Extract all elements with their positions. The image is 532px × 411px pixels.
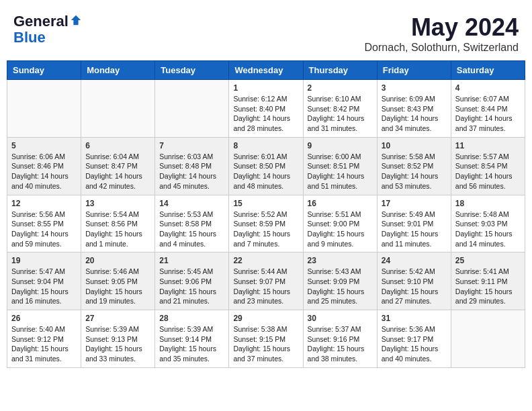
calendar-week-row: 12Sunrise: 5:56 AM Sunset: 8:55 PM Dayli… <box>7 195 525 253</box>
calendar-week-row: 26Sunrise: 5:40 AM Sunset: 9:12 PM Dayli… <box>7 310 525 368</box>
day-info: Sunrise: 6:10 AM Sunset: 8:42 PM Dayligh… <box>308 94 373 134</box>
calendar-day-cell: 20Sunrise: 5:46 AM Sunset: 9:05 PM Dayli… <box>81 253 155 310</box>
calendar-day-cell: 22Sunrise: 5:44 AM Sunset: 9:07 PM Dayli… <box>229 253 303 310</box>
calendar-day-cell: 10Sunrise: 5:58 AM Sunset: 8:52 PM Dayli… <box>377 137 451 195</box>
title-block: May 2024 Dornach, Solothurn, Switzerland <box>365 13 519 54</box>
svg-marker-0 <box>71 15 81 25</box>
day-info: Sunrise: 5:42 AM Sunset: 9:10 PM Dayligh… <box>382 267 447 306</box>
calendar-day-cell: 29Sunrise: 5:38 AM Sunset: 9:15 PM Dayli… <box>229 310 303 368</box>
day-number: 25 <box>455 256 521 265</box>
calendar-day-cell: 5Sunrise: 6:06 AM Sunset: 8:46 PM Daylig… <box>7 137 81 195</box>
calendar-day-cell: 8Sunrise: 6:01 AM Sunset: 8:50 PM Daylig… <box>229 137 303 195</box>
weekday-header: Thursday <box>303 61 377 80</box>
day-number: 23 <box>308 256 373 265</box>
calendar-day-cell <box>155 80 229 138</box>
day-info: Sunrise: 5:38 AM Sunset: 9:15 PM Dayligh… <box>233 324 298 364</box>
day-info: Sunrise: 5:56 AM Sunset: 8:55 PM Dayligh… <box>11 210 77 249</box>
calendar-day-cell: 9Sunrise: 6:00 AM Sunset: 8:51 PM Daylig… <box>303 137 377 195</box>
day-number: 27 <box>85 314 150 323</box>
day-number: 24 <box>382 256 447 265</box>
day-number: 22 <box>233 256 298 265</box>
day-info: Sunrise: 5:46 AM Sunset: 9:05 PM Dayligh… <box>85 267 150 306</box>
calendar-day-cell: 16Sunrise: 5:51 AM Sunset: 9:00 PM Dayli… <box>303 195 377 253</box>
day-number: 7 <box>159 141 224 150</box>
day-number: 2 <box>308 83 373 93</box>
day-info: Sunrise: 5:47 AM Sunset: 9:04 PM Dayligh… <box>11 267 77 306</box>
day-info: Sunrise: 5:43 AM Sunset: 9:09 PM Dayligh… <box>308 267 373 306</box>
calendar-day-cell: 31Sunrise: 5:36 AM Sunset: 9:17 PM Dayli… <box>377 310 451 368</box>
calendar-day-cell <box>451 310 525 368</box>
day-number: 10 <box>382 141 447 150</box>
logo-blue: Blue <box>13 29 46 46</box>
day-info: Sunrise: 6:01 AM Sunset: 8:50 PM Dayligh… <box>233 152 298 191</box>
calendar-day-cell: 21Sunrise: 5:45 AM Sunset: 9:06 PM Dayli… <box>155 253 229 310</box>
day-info: Sunrise: 5:52 AM Sunset: 8:59 PM Dayligh… <box>233 210 298 249</box>
calendar-day-cell: 11Sunrise: 5:57 AM Sunset: 8:54 PM Dayli… <box>451 137 525 195</box>
day-info: Sunrise: 5:36 AM Sunset: 9:17 PM Dayligh… <box>382 324 447 364</box>
weekday-header: Sunday <box>7 61 81 80</box>
day-number: 15 <box>233 199 298 208</box>
calendar-day-cell: 17Sunrise: 5:49 AM Sunset: 9:01 PM Dayli… <box>377 195 451 253</box>
day-info: Sunrise: 5:57 AM Sunset: 8:54 PM Dayligh… <box>455 152 521 191</box>
day-info: Sunrise: 5:41 AM Sunset: 9:11 PM Dayligh… <box>455 267 521 306</box>
calendar-week-row: 19Sunrise: 5:47 AM Sunset: 9:04 PM Dayli… <box>7 253 525 310</box>
day-number: 18 <box>455 199 521 208</box>
day-number: 19 <box>11 256 77 265</box>
day-number: 13 <box>85 199 150 208</box>
logo-general: General <box>13 13 69 30</box>
weekday-header: Monday <box>81 61 155 80</box>
day-info: Sunrise: 5:39 AM Sunset: 9:14 PM Dayligh… <box>159 324 224 364</box>
day-number: 12 <box>11 199 77 208</box>
calendar-day-cell: 2Sunrise: 6:10 AM Sunset: 8:42 PM Daylig… <box>303 80 377 138</box>
weekday-header: Saturday <box>451 61 525 80</box>
day-number: 20 <box>85 256 150 265</box>
day-info: Sunrise: 5:39 AM Sunset: 9:13 PM Dayligh… <box>85 324 150 364</box>
day-number: 16 <box>308 199 373 208</box>
calendar-day-cell: 1Sunrise: 6:12 AM Sunset: 8:40 PM Daylig… <box>229 80 303 138</box>
day-info: Sunrise: 6:12 AM Sunset: 8:40 PM Dayligh… <box>233 94 298 134</box>
logo: General Blue <box>13 13 82 46</box>
calendar-week-row: 5Sunrise: 6:06 AM Sunset: 8:46 PM Daylig… <box>7 137 525 195</box>
day-number: 26 <box>11 314 77 323</box>
day-info: Sunrise: 6:09 AM Sunset: 8:43 PM Dayligh… <box>382 94 447 134</box>
day-info: Sunrise: 5:58 AM Sunset: 8:52 PM Dayligh… <box>382 152 447 191</box>
calendar-day-cell: 19Sunrise: 5:47 AM Sunset: 9:04 PM Dayli… <box>7 253 81 310</box>
calendar-day-cell: 6Sunrise: 6:04 AM Sunset: 8:47 PM Daylig… <box>81 137 155 195</box>
calendar-day-cell <box>81 80 155 138</box>
day-number: 21 <box>159 256 224 265</box>
calendar-day-cell: 3Sunrise: 6:09 AM Sunset: 8:43 PM Daylig… <box>377 80 451 138</box>
day-number: 8 <box>233 141 298 150</box>
calendar-day-cell: 26Sunrise: 5:40 AM Sunset: 9:12 PM Dayli… <box>7 310 81 368</box>
page-header: General Blue May 2024 Dornach, Solothurn… <box>7 7 525 57</box>
weekday-header: Tuesday <box>155 61 229 80</box>
calendar-day-cell <box>7 80 81 138</box>
calendar-day-cell: 12Sunrise: 5:56 AM Sunset: 8:55 PM Dayli… <box>7 195 81 253</box>
calendar-day-cell: 24Sunrise: 5:42 AM Sunset: 9:10 PM Dayli… <box>377 253 451 310</box>
day-info: Sunrise: 5:37 AM Sunset: 9:16 PM Dayligh… <box>308 324 373 364</box>
day-number: 14 <box>159 199 224 208</box>
day-number: 30 <box>308 314 373 323</box>
calendar-week-row: 1Sunrise: 6:12 AM Sunset: 8:40 PM Daylig… <box>7 80 525 138</box>
subtitle: Dornach, Solothurn, Switzerland <box>365 42 519 54</box>
day-number: 3 <box>382 83 447 93</box>
calendar-table: SundayMondayTuesdayWednesdayThursdayFrid… <box>7 60 525 368</box>
day-number: 31 <box>382 314 447 323</box>
logo-icon <box>70 14 82 26</box>
day-info: Sunrise: 5:49 AM Sunset: 9:01 PM Dayligh… <box>382 210 447 249</box>
calendar-day-cell: 18Sunrise: 5:48 AM Sunset: 9:03 PM Dayli… <box>451 195 525 253</box>
day-info: Sunrise: 5:40 AM Sunset: 9:12 PM Dayligh… <box>11 324 77 364</box>
weekday-header: Friday <box>377 61 451 80</box>
day-number: 17 <box>382 199 447 208</box>
day-info: Sunrise: 5:54 AM Sunset: 8:56 PM Dayligh… <box>85 210 150 249</box>
calendar-day-cell: 25Sunrise: 5:41 AM Sunset: 9:11 PM Dayli… <box>451 253 525 310</box>
day-info: Sunrise: 6:03 AM Sunset: 8:48 PM Dayligh… <box>159 152 224 191</box>
calendar-day-cell: 14Sunrise: 5:53 AM Sunset: 8:58 PM Dayli… <box>155 195 229 253</box>
day-info: Sunrise: 6:04 AM Sunset: 8:47 PM Dayligh… <box>85 152 150 191</box>
weekday-header: Wednesday <box>229 61 303 80</box>
calendar-day-cell: 13Sunrise: 5:54 AM Sunset: 8:56 PM Dayli… <box>81 195 155 253</box>
calendar-day-cell: 27Sunrise: 5:39 AM Sunset: 9:13 PM Dayli… <box>81 310 155 368</box>
calendar-day-cell: 23Sunrise: 5:43 AM Sunset: 9:09 PM Dayli… <box>303 253 377 310</box>
day-info: Sunrise: 5:48 AM Sunset: 9:03 PM Dayligh… <box>455 210 521 249</box>
day-number: 1 <box>233 83 298 93</box>
calendar-day-cell: 15Sunrise: 5:52 AM Sunset: 8:59 PM Dayli… <box>229 195 303 253</box>
